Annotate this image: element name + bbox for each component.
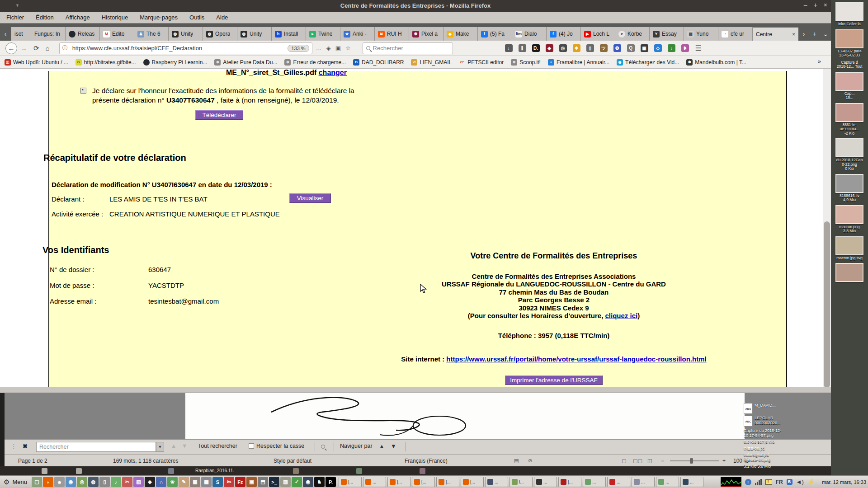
taskbar-window-button[interactable]: ...: [363, 477, 386, 487]
home-button[interactable]: ⌂: [46, 44, 50, 52]
browser-tab[interactable]: ▶ Loch L ×: [580, 27, 615, 41]
cpu-graph-icon[interactable]: [721, 477, 741, 487]
status-page[interactable]: Page 1 de 2: [18, 458, 47, 464]
desktop-file-item[interactable]: ABC M_DAVID...: [744, 403, 830, 414]
desktop-icon-stub[interactable]: [356, 468, 362, 474]
launcher-icon[interactable]: ▣: [246, 477, 257, 487]
toolbar-grip[interactable]: ⋮: [11, 443, 17, 450]
browser-tab[interactable]: ★ Anki - ×: [340, 27, 374, 41]
bookmark-item[interactable]: ⊕ Erreur de chargeme...: [284, 59, 346, 66]
bookmark-item[interactable]: ⊕ Atelier Pure Data Du...: [214, 59, 277, 66]
navigate-down-icon[interactable]: ▼: [391, 443, 396, 450]
change-file-link[interactable]: changer: [319, 69, 347, 76]
maximize-button[interactable]: +: [814, 1, 817, 9]
addon-icon[interactable]: D.: [532, 44, 540, 52]
document-modified-icon[interactable]: ⊘: [528, 458, 532, 464]
url-bar[interactable]: ⓘ https://www.cfe.urssaf.fr/saisiepl/CFE…: [59, 42, 312, 54]
list-tabs-button[interactable]: ⌄: [820, 27, 831, 41]
minimize-button[interactable]: –: [804, 1, 807, 9]
desktop-file-label[interactable]: Raspbian_2016.11.: [195, 468, 234, 473]
bookmark-item[interactable]: ❃ Mandelbulb.com | T...: [686, 59, 746, 66]
find-prev-icon[interactable]: ▲: [171, 443, 176, 449]
match-case-checkbox[interactable]: Respecter la casse: [249, 443, 304, 449]
save-page-icon[interactable]: ▣: [335, 45, 341, 52]
desktop-file-icon[interactable]: [833, 263, 866, 282]
desktop-file-icon[interactable]: 8661-le- ue-emma... -2 Kio: [833, 103, 866, 136]
clock[interactable]: mar. 12 mars, 16:33: [818, 479, 866, 485]
taskbar-window-button[interactable]: [...: [558, 477, 581, 487]
find-input[interactable]: Rechercher: [36, 442, 156, 452]
taskbar-window-button[interactable]: ...: [534, 477, 557, 487]
taskbar-window-button[interactable]: ...: [485, 477, 508, 487]
zoom-level-badge[interactable]: 133 %: [288, 45, 309, 52]
browser-tab[interactable]: ▦ Yuno ×: [684, 27, 718, 41]
launcher-icon[interactable]: S: [212, 477, 223, 487]
status-words[interactable]: 169 mots, 1 118 caractères: [113, 458, 179, 464]
launcher-icon[interactable]: ❀: [167, 477, 178, 487]
bookmark-star-icon[interactable]: ☆: [345, 45, 351, 52]
launcher-icon[interactable]: ✓: [292, 477, 302, 487]
taskbar-window-button[interactable]: [...: [339, 477, 362, 487]
launcher-icon[interactable]: ✎: [179, 477, 189, 487]
menu-item[interactable]: Édition: [36, 14, 54, 21]
browser-tab[interactable]: Releas ×: [65, 27, 99, 41]
zoom-slider-track[interactable]: [670, 460, 719, 461]
browser-tab[interactable]: h Install ×: [271, 27, 306, 41]
selection-mode-icon[interactable]: ▤: [514, 458, 519, 464]
find-all-button[interactable]: Tout rechercher: [198, 443, 237, 449]
bookmarks-overflow-chevron[interactable]: »: [818, 58, 821, 65]
hamburger-menu-icon[interactable]: ☰: [695, 44, 702, 52]
bookmark-item[interactable]: ◉ Téléchargez des Vid...: [617, 59, 679, 66]
checkbox-box[interactable]: [249, 443, 254, 449]
launcher-icon[interactable]: ◎: [77, 477, 87, 487]
taskbar-window-button[interactable]: ...: [632, 477, 655, 487]
desktop-icon-stub[interactable]: [42, 468, 47, 474]
updates-icon[interactable]: !: [745, 479, 751, 485]
browser-tab[interactable]: e Korbe ×: [615, 27, 649, 41]
addon-icon[interactable]: ツ: [600, 44, 608, 52]
launcher-icon[interactable]: ◉: [66, 477, 76, 487]
browser-tab[interactable]: ◍ Opera ×: [203, 27, 237, 41]
taskbar-window-button[interactable]: ...: [680, 477, 703, 487]
browser-tab[interactable]: f (4) Jo ×: [546, 27, 580, 41]
close-button[interactable]: ×: [824, 1, 827, 9]
launcher-icon[interactable]: ♞: [314, 477, 325, 487]
search-input[interactable]: Rechercher: [363, 42, 453, 54]
menu-item[interactable]: Fichier: [6, 14, 24, 21]
zoom-out-icon[interactable]: −: [661, 458, 664, 464]
find-dropdown-arrow[interactable]: ▼: [156, 442, 164, 452]
bookmark-item[interactable]: ⊕ Scoop.it!: [511, 59, 541, 66]
zoom-slider-thumb[interactable]: [690, 458, 693, 464]
status-style[interactable]: Style par défaut: [274, 458, 311, 464]
launcher-icon[interactable]: ▩: [201, 477, 212, 487]
addon-icon[interactable]: ❂: [613, 44, 621, 52]
launcher-icon[interactable]: ▦: [190, 477, 200, 487]
desktop-file-icon[interactable]: Cap... 19...: [833, 72, 866, 100]
bookmark-item[interactable]: ● Framalibre | Annuair...: [548, 59, 609, 66]
launcher-icon[interactable]: Fz: [235, 477, 245, 487]
zoom-in-icon[interactable]: +: [722, 458, 726, 464]
launcher-icon[interactable]: P.: [326, 477, 336, 487]
browser-tab[interactable]: ≋ RUI H ×: [374, 27, 409, 41]
browser-tab[interactable]: iset ×: [11, 27, 31, 41]
browser-tab[interactable]: ♟ The 6 ×: [134, 27, 168, 41]
addon-icon[interactable]: ◆: [546, 44, 553, 52]
bookmark-item[interactable]: D DAD_DOLIBARR: [353, 59, 404, 66]
tab-scroll-right[interactable]: ›: [798, 27, 809, 41]
network-signal-icon[interactable]: [755, 479, 762, 485]
window-titlebar[interactable]: ▼ Centre de Formalités des Entreprises -…: [0, 0, 831, 12]
browser-tab[interactable]: Y Essay ×: [649, 27, 684, 41]
desktop-file-item[interactable]: ABC colorsignal.pd ngeuse-ok.png: [744, 453, 830, 462]
launcher-icon[interactable]: ▨: [133, 477, 144, 487]
desktop-icon-stub[interactable]: [76, 468, 82, 474]
taskbar-window-button[interactable]: ...: [583, 477, 606, 487]
desktop-file-item[interactable]: ABC INEE-08.pd: [744, 446, 830, 451]
addon-icon[interactable]: ◎: [559, 44, 567, 52]
teledeclarer-button[interactable]: Télédéclarer: [195, 110, 243, 120]
addon-icon[interactable]: ❥: [681, 44, 689, 52]
view-multi-page-icon[interactable]: ▢▢: [633, 458, 642, 464]
taskbar-window-button[interactable]: [...: [412, 477, 435, 487]
desktop-file-item[interactable]: ABC 3,1 Kio 5,8 Mio: [744, 464, 830, 469]
launcher-icon[interactable]: ⬒: [258, 477, 268, 487]
launcher-icon[interactable]: ◍: [88, 477, 99, 487]
